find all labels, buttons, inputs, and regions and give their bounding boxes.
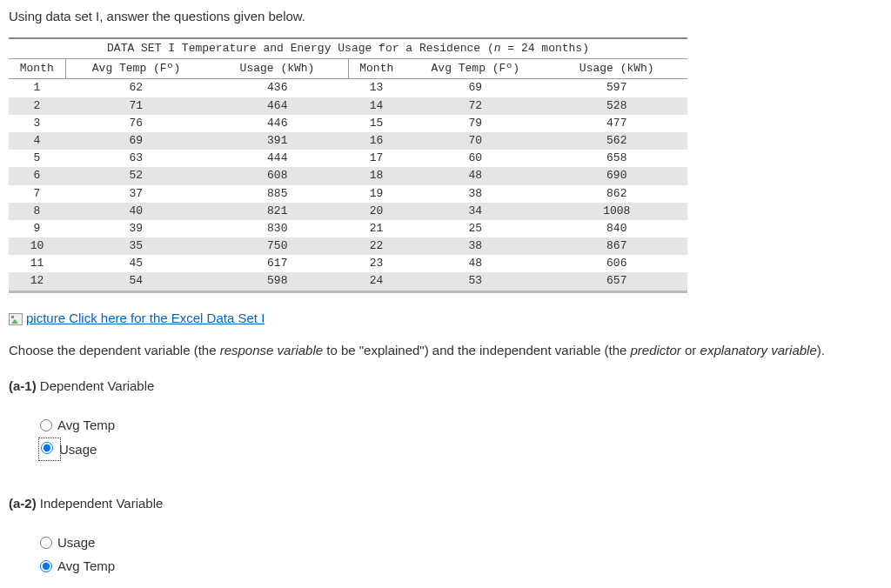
a1-label-usage: Usage (59, 440, 97, 458)
table-cell: 70 (405, 132, 546, 150)
table-cell: 444 (207, 150, 349, 167)
table-cell: 4 (9, 132, 65, 150)
a2-radio-avg-temp[interactable] (40, 560, 52, 572)
intro-text: Using data set I, answer the questions g… (9, 7, 882, 25)
table-row: 6526081848690 (9, 167, 687, 184)
a1-radio-usage[interactable] (41, 442, 53, 454)
table-cell: 477 (546, 115, 688, 132)
table-cell: 7 (9, 185, 65, 203)
table-cell: 3 (9, 115, 65, 132)
table-cell: 38 (405, 185, 546, 203)
table-cell: 34 (405, 203, 546, 220)
excel-data-link[interactable]: picture Click here for the Excel Data Se… (9, 311, 265, 325)
a1-option-usage: Usage (40, 439, 882, 459)
header-temp-2: Avg Temp (Fº) (405, 59, 546, 79)
prompt-p4: predictor (631, 343, 681, 357)
a1-option-avg-temp: Avg Temp (40, 416, 882, 434)
question-a1-label: (a-1) Dependent Variable (9, 377, 882, 395)
table-title-prefix: DATA SET I Temperature and Energy Usage … (107, 42, 494, 55)
table-cell: 9 (9, 220, 65, 237)
table-cell: 11 (9, 255, 65, 272)
table-cell: 53 (405, 272, 546, 291)
table-row: 9398302125840 (9, 220, 687, 237)
table-cell: 562 (546, 132, 688, 150)
table-cell: 48 (405, 255, 546, 272)
table-cell: 528 (546, 97, 688, 115)
table-cell: 12 (9, 272, 65, 291)
a2-option-usage: Usage (40, 533, 882, 551)
table-row: 2714641472528 (9, 97, 687, 115)
table-cell: 8 (9, 203, 65, 220)
prompt-p1: Choose the dependent variable (the (9, 343, 220, 357)
table-title: DATA SET I Temperature and Energy Usage … (9, 38, 687, 59)
table-cell: 54 (65, 272, 207, 291)
table-cell: 885 (207, 185, 349, 203)
table-cell: 23 (348, 255, 405, 272)
table-row: 4693911670562 (9, 132, 687, 150)
a1-radio-avg-temp[interactable] (40, 419, 52, 431)
q-a2-bold: (a-2) (9, 496, 37, 511)
table-cell: 391 (207, 132, 349, 150)
table-cell: 1 (9, 79, 65, 97)
table-cell: 71 (65, 97, 207, 115)
prompt-p5: or (681, 343, 700, 357)
table-cell: 18 (348, 167, 405, 184)
table-cell: 69 (405, 79, 546, 97)
question-a2-label: (a-2) Independent Variable (9, 494, 882, 512)
excel-link-alt: picture (26, 311, 65, 325)
table-cell: 38 (405, 237, 546, 255)
table-row: 12545982453657 (9, 272, 687, 291)
table-cell: 608 (207, 167, 349, 184)
table-cell: 657 (546, 272, 688, 291)
table-cell: 690 (546, 167, 688, 184)
table-cell: 840 (546, 220, 688, 237)
a1-label-avg-temp: Avg Temp (57, 416, 115, 434)
table-cell: 45 (65, 255, 207, 272)
table-cell: 63 (65, 150, 207, 167)
a2-option-avg-temp: Avg Temp (40, 557, 882, 575)
header-usage-1: Usage (kWh) (207, 59, 349, 79)
table-cell: 48 (405, 167, 546, 184)
prompt-p6: explanatory variable (700, 343, 817, 357)
prompt-p3: to be "explained") and the independent v… (323, 343, 630, 357)
excel-link-row: picture Click here for the Excel Data Se… (9, 309, 882, 328)
a2-radio-usage[interactable] (40, 537, 52, 549)
table-row: 3764461579477 (9, 115, 687, 132)
question-a2-options: Usage Avg Temp (40, 533, 882, 575)
table-cell: 2 (9, 97, 65, 115)
table-cell: 19 (348, 185, 405, 203)
table-row: 10357502238867 (9, 237, 687, 255)
table-title-n: n (494, 42, 501, 55)
table-title-suffix: = 24 months) (501, 42, 589, 55)
table-cell: 72 (405, 97, 546, 115)
table-cell: 436 (207, 79, 349, 97)
table-cell: 6 (9, 167, 65, 184)
question-prompt: Choose the dependent variable (the respo… (9, 341, 882, 359)
table-cell: 76 (65, 115, 207, 132)
table-cell: 821 (207, 203, 349, 220)
data-table-wrapper: DATA SET I Temperature and Energy Usage … (9, 37, 882, 293)
prompt-p2: response variable (220, 343, 323, 357)
table-cell: 39 (65, 220, 207, 237)
header-temp-1: Avg Temp (Fº) (65, 59, 207, 79)
table-row: 11456172348606 (9, 255, 687, 272)
a2-label-usage: Usage (57, 533, 95, 551)
table-cell: 14 (348, 97, 405, 115)
q-a2-rest: Independent Variable (37, 496, 164, 511)
table-cell: 40 (65, 203, 207, 220)
table-cell: 16 (348, 132, 405, 150)
table-cell: 17 (348, 150, 405, 167)
table-row: 5634441760658 (9, 150, 687, 167)
broken-image-icon (9, 313, 23, 325)
table-cell: 35 (65, 237, 207, 255)
data-table: DATA SET I Temperature and Energy Usage … (9, 37, 687, 293)
question-a1-options: Avg Temp Usage (40, 416, 882, 459)
table-cell: 446 (207, 115, 349, 132)
excel-link-text: Click here for the Excel Data Set I (69, 311, 265, 325)
table-cell: 606 (546, 255, 688, 272)
table-cell: 37 (65, 185, 207, 203)
table-cell: 60 (405, 150, 546, 167)
table-cell: 69 (65, 132, 207, 150)
table-cell: 22 (348, 237, 405, 255)
table-cell: 1008 (546, 203, 688, 220)
